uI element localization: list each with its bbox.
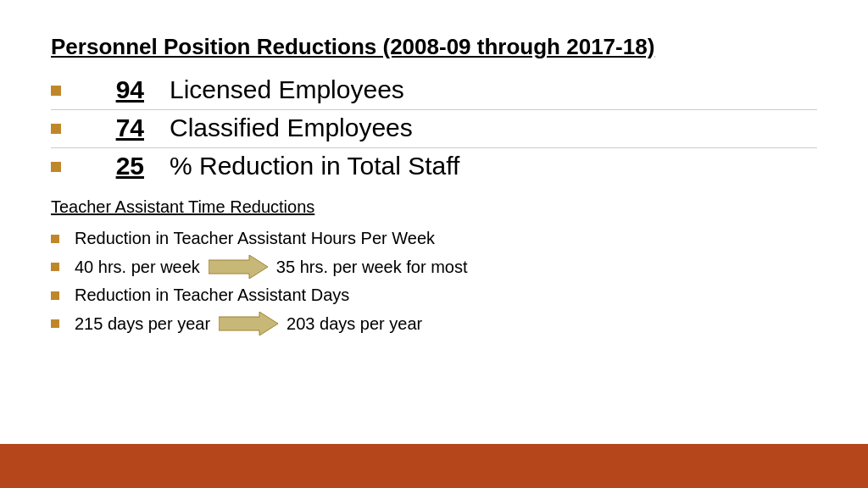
sub-bullet-icon-1	[51, 263, 59, 271]
sub-bullet-text-1: 40 hrs. per week 35 hrs. per week for mo…	[75, 255, 468, 279]
bullet-icon-classified	[51, 124, 61, 134]
main-title: Personnel Position Reductions (2008-09 t…	[51, 34, 817, 60]
footer-bar	[0, 444, 868, 488]
bullet-label-licensed: Licensed Employees	[170, 75, 404, 104]
bullet-number-reduction: 25	[76, 152, 144, 180]
sub-bullet-row-3: 215 days per year 203 days per year	[51, 312, 817, 336]
bullet-number-classified: 74	[76, 114, 144, 142]
arrow-icon-1	[209, 255, 268, 279]
bullet-row-reduction: 25 % Reduction in Total Staff	[51, 152, 817, 180]
sub-bullet-row-0: Reduction in Teacher Assistant Hours Per…	[51, 229, 817, 248]
arrow-icon-3	[219, 312, 278, 336]
bullet-label-classified: Classified Employees	[170, 114, 413, 142]
sub-bullet-after-1: 35 hrs. per week for most	[276, 258, 468, 277]
sub-bullet-icon-3	[51, 319, 59, 328]
sub-bullet-icon-0	[51, 235, 59, 243]
svg-marker-1	[219, 312, 278, 336]
sub-bullet-text-0: Reduction in Teacher Assistant Hours Per…	[75, 229, 435, 248]
sub-bullet-before-3: 215 days per year	[75, 314, 210, 334]
bullet-row-licensed: 94 Licensed Employees	[51, 75, 817, 104]
sub-bullet-icon-2	[51, 291, 59, 300]
bullet-number-licensed: 94	[76, 75, 144, 104]
sub-bullet-before-1: 40 hrs. per week	[75, 258, 200, 277]
sub-bullet-label-0: Reduction in Teacher Assistant Hours Per…	[75, 229, 435, 248]
sub-bullet-row-1: 40 hrs. per week 35 hrs. per week for mo…	[51, 255, 817, 279]
bullet-label-reduction: % Reduction in Total Staff	[170, 152, 459, 180]
bullet-icon-reduction	[51, 162, 61, 172]
sub-bullet-label-2: Reduction in Teacher Assistant Days	[75, 286, 349, 305]
bullet-row-classified: 74 Classified Employees	[51, 114, 817, 142]
bullet-icon-licensed	[51, 86, 61, 96]
slide: Personnel Position Reductions (2008-09 t…	[0, 0, 868, 488]
divider-1	[51, 109, 817, 110]
divider-2	[51, 147, 817, 148]
sub-bullet-text-3: 215 days per year 203 days per year	[75, 312, 422, 336]
sub-section-title: Teacher Assistant Time Reductions	[51, 197, 817, 217]
sub-section: Teacher Assistant Time Reductions Reduct…	[51, 197, 817, 336]
svg-marker-0	[209, 255, 268, 279]
sub-bullet-text-2: Reduction in Teacher Assistant Days	[75, 286, 349, 305]
sub-bullet-row-2: Reduction in Teacher Assistant Days	[51, 286, 817, 305]
top-section: Personnel Position Reductions (2008-09 t…	[51, 34, 817, 180]
sub-bullet-after-3: 203 days per year	[287, 314, 422, 334]
